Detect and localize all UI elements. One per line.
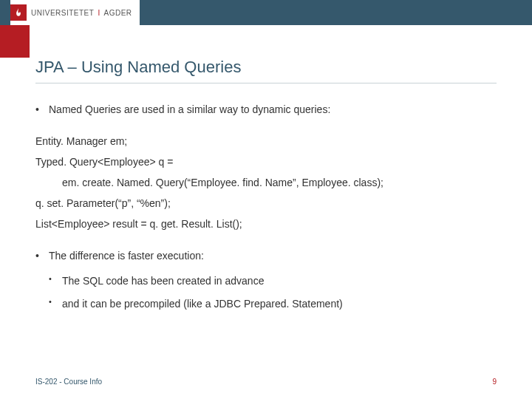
accent-tab [0,25,30,58]
slide-title: JPA – Using Named Queries [35,58,497,83]
sub-bullet-1: The SQL code has been created in advance [49,272,497,290]
code-line: List<Employee> result = q. get. Result. … [35,214,497,234]
top-bar: UNIVERSITETET I AGDER [0,0,532,25]
sub-bullet-list: The SQL code has been created in advance… [49,272,497,313]
slide-content: JPA – Using Named Queries Named Queries … [0,25,532,313]
code-line: Typed. Query<Employee> q = [35,151,497,172]
flame-icon [13,7,24,18]
code-line: q. set. Parameter(“p”, “%en”); [35,193,497,214]
bullet-diff: The difference is faster execution: The … [35,248,497,313]
institution-divider: I [98,9,100,17]
logo-mark-icon [10,4,27,21]
bullet-list-2: The difference is faster execution: The … [35,248,497,313]
institution-name: UNIVERSITETET I AGDER [31,9,132,17]
sub-bullet-2: and it can be precompiled (like a JDBC P… [49,295,497,313]
code-block: Entity. Manager em; Typed. Query<Employe… [35,131,497,234]
institution-part1: UNIVERSITETET [31,9,94,17]
slide-footer: IS-202 - Course Info 9 [35,378,497,386]
footer-left: IS-202 - Course Info [35,378,102,386]
institution-part2: AGDER [104,9,132,17]
code-line: Entity. Manager em; [35,131,497,151]
bullet-diff-text: The difference is faster execution: [49,250,204,262]
bullet-intro: Named Queries are used in a similar way … [35,101,497,117]
code-line: em. create. Named. Query(“Employee. find… [35,172,497,193]
bullet-list: Named Queries are used in a similar way … [35,101,497,117]
institution-logo: UNIVERSITETET I AGDER [10,0,140,25]
page-number: 9 [492,378,497,386]
slide: UNIVERSITETET I AGDER JPA – Using Named … [0,0,532,399]
